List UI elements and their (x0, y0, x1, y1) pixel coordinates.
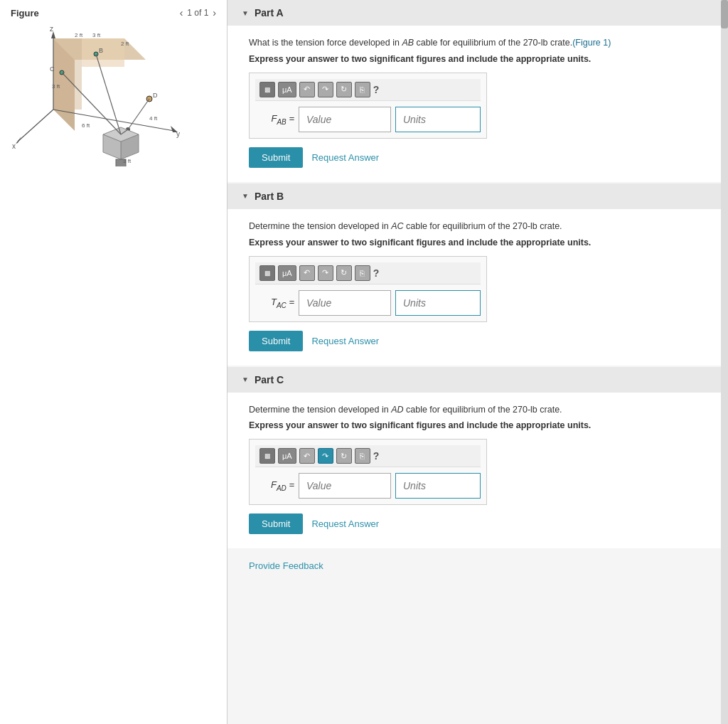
figure-prev-button[interactable]: ‹ (180, 7, 183, 18)
reset-button-c[interactable]: ↻ (336, 448, 352, 464)
part-a-unit: lb (541, 38, 548, 48)
part-c-request-link[interactable]: Request Answer (311, 518, 379, 529)
part-a-toolbar: ▩ μA ↶ ↷ ↻ ⎘ ? (255, 79, 481, 101)
svg-text:3 ft: 3 ft (52, 83, 60, 90)
undo-button-b[interactable]: ↶ (299, 265, 315, 281)
figure-svg: z y x A B (11, 24, 217, 166)
grid-button-c[interactable]: ▩ (259, 448, 275, 464)
part-b-action-row: Submit Request Answer (249, 331, 700, 351)
figure-header: Figure ‹ 1 of 1 › (11, 7, 216, 18)
part-b-body: Determine the tension developed in AC ca… (228, 209, 721, 366)
reset-button-b[interactable]: ↻ (336, 265, 352, 281)
svg-text:y: y (176, 130, 180, 138)
keyboard-button-c[interactable]: ⎘ (355, 448, 370, 464)
part-c-q-end: crate. (537, 405, 562, 415)
provide-feedback-section: Provide Feedback (228, 550, 721, 582)
scrollbar-thumb[interactable] (721, 0, 728, 28)
part-b-request-link[interactable]: Request Answer (311, 336, 379, 346)
mu-button-a[interactable]: μA (278, 82, 296, 97)
part-c-question: Determine the tension developed in AD ca… (249, 403, 700, 417)
figure-pagination: 1 of 1 (187, 8, 208, 18)
figure-next-button[interactable]: › (213, 7, 216, 18)
part-a-submit-button[interactable]: Submit (249, 147, 303, 168)
part-a-toggle[interactable]: ▼ (242, 9, 249, 17)
left-panel: Figure ‹ 1 of 1 › (0, 0, 228, 724)
help-button-a[interactable]: ? (373, 84, 380, 95)
part-a-label: Part A (255, 7, 284, 18)
svg-text:D: D (153, 92, 158, 99)
part-b-header: ▼ Part B (228, 183, 721, 209)
grid-button-b[interactable]: ▩ (259, 265, 275, 281)
part-a-q-end: crate. (547, 38, 572, 48)
part-a-input-row: FAB = (255, 107, 481, 132)
part-a-header: ▼ Part A (228, 0, 721, 26)
mu-button-b[interactable]: μA (278, 265, 296, 281)
part-c-submit-button[interactable]: Submit (249, 513, 303, 534)
part-a-units-input[interactable] (395, 107, 481, 132)
part-c-units-input[interactable] (395, 473, 481, 499)
part-b-input-label: TAC = (255, 297, 294, 309)
svg-text:B: B (99, 47, 103, 54)
part-b-toolbar: ▩ μA ↶ ↷ ↻ ⎘ ? (255, 262, 481, 284)
part-b-label: Part B (255, 191, 284, 202)
part-b-units-input[interactable] (395, 290, 481, 316)
help-button-b[interactable]: ? (373, 267, 380, 279)
part-b-instruction: Express your answer to two significant f… (249, 238, 700, 247)
part-c-input-label: FAD = (255, 479, 294, 492)
part-c-q-italic: AD (391, 405, 403, 415)
part-a-figure-ref[interactable]: (Figure 1) (572, 38, 611, 48)
svg-text:z: z (50, 25, 53, 33)
part-b-toggle[interactable]: ▼ (242, 192, 249, 200)
part-c-unit: lb (530, 405, 537, 415)
part-b-submit-button[interactable]: Submit (249, 331, 303, 351)
part-b-q-italic: AC (391, 221, 403, 231)
part-c-instruction: Express your answer to two significant f… (249, 420, 700, 430)
undo-button-a[interactable]: ↶ (299, 82, 315, 97)
mu-button-c[interactable]: μA (278, 448, 296, 464)
undo-button-c[interactable]: ↶ (299, 448, 315, 464)
part-b-value-input[interactable] (299, 290, 391, 316)
svg-text:C: C (50, 65, 55, 73)
part-c-q-after: cable for equilibrium of the 270- (404, 405, 531, 415)
part-c-toolbar: ▩ μA ↶ ↷ ↻ ⎘ ? (255, 445, 481, 467)
part-c-section: ▼ Part C Determine the tension developed… (228, 367, 721, 549)
page-layout: Figure ‹ 1 of 1 › (0, 0, 728, 724)
part-b-q-end: crate. (537, 221, 562, 231)
part-a-request-link[interactable]: Request Answer (311, 152, 379, 163)
figure-image: z y x A B (11, 24, 217, 166)
svg-text:3 ft: 3 ft (123, 158, 132, 164)
part-b-q-before: Determine the tension developed in (249, 221, 391, 231)
part-a-input-label: FAB = (255, 113, 294, 126)
reset-button-a[interactable]: ↻ (336, 82, 352, 97)
grid-button-a[interactable]: ▩ (259, 82, 275, 97)
part-c-q-before: Determine the tension developed in (249, 405, 391, 415)
svg-text:x: x (12, 142, 16, 150)
keyboard-button-a[interactable]: ⎘ (355, 82, 370, 97)
part-c-label: Part C (255, 374, 284, 385)
part-a-q-before: What is the tension force developed in (249, 38, 402, 48)
feedback-link[interactable]: Provide Feedback (249, 560, 323, 571)
part-b-q-after: cable for equilibrium of the 270- (404, 221, 531, 231)
part-c-toggle[interactable]: ▼ (242, 376, 249, 383)
part-c-value-input[interactable] (299, 473, 391, 499)
redo-button-c[interactable]: ↷ (318, 448, 333, 464)
part-c-answer-box: ▩ μA ↶ ↷ ↻ ⎘ ? FAD = (249, 439, 487, 505)
figure-nav: ‹ 1 of 1 › (180, 7, 216, 18)
redo-button-a[interactable]: ↷ (318, 82, 333, 97)
main-content: ▼ Part A What is the tension force devel… (228, 0, 721, 724)
keyboard-button-b[interactable]: ⎘ (355, 265, 370, 281)
svg-text:2 ft: 2 ft (121, 41, 129, 47)
part-b-input-row: TAC = (255, 290, 481, 316)
redo-button-b[interactable]: ↷ (318, 265, 333, 281)
scrollbar[interactable] (721, 0, 728, 724)
svg-text:3 ft: 3 ft (92, 32, 101, 38)
part-c-input-row: FAD = (255, 473, 481, 499)
svg-marker-3 (53, 38, 82, 110)
part-c-header: ▼ Part C (228, 367, 721, 393)
part-a-instruction: Express your answer to two significant f… (249, 54, 700, 64)
svg-text:2 ft: 2 ft (75, 32, 83, 38)
help-button-c[interactable]: ? (373, 450, 380, 462)
svg-text:4 ft: 4 ft (149, 115, 158, 122)
part-b-answer-box: ▩ μA ↶ ↷ ↻ ⎘ ? TAC = (249, 256, 487, 322)
part-a-value-input[interactable] (299, 107, 391, 132)
